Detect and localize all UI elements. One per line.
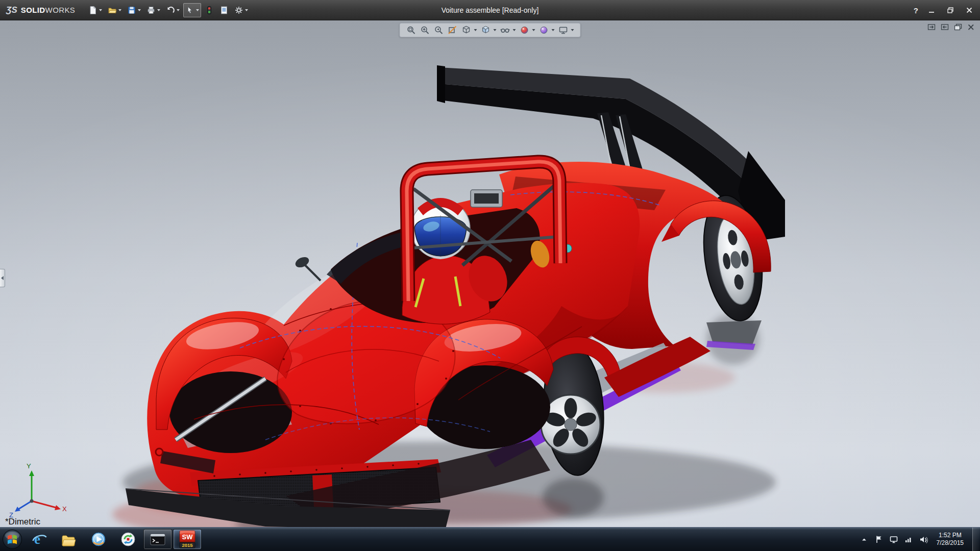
undo-button[interactable] <box>164 3 182 17</box>
close-pane-button[interactable] <box>967 23 975 33</box>
open-folder-icon <box>108 6 117 15</box>
media-player-icon <box>91 532 106 547</box>
help-button[interactable]: ? <box>914 6 918 15</box>
options-button[interactable] <box>232 3 250 17</box>
minimize-button[interactable] <box>926 5 937 16</box>
dropdown-caret-icon <box>157 9 160 11</box>
orientation-triad: Y X Z <box>8 460 69 519</box>
zoom-to-fit-button[interactable] <box>406 25 416 35</box>
feature-tree-collapse-handle[interactable] <box>0 269 5 287</box>
edit-appearance-button[interactable] <box>520 25 535 35</box>
dropdown-caret-icon <box>494 29 497 31</box>
undo-arrow-icon <box>166 6 175 15</box>
svg-text:2015: 2015 <box>182 542 193 548</box>
start-button[interactable] <box>0 528 24 551</box>
dropdown-caret-icon <box>532 29 535 31</box>
action-center-flag-icon[interactable] <box>874 535 884 544</box>
close-button[interactable] <box>964 5 975 16</box>
view-orientation-label: *Dimetric <box>5 517 40 527</box>
select-cursor-icon <box>185 6 194 15</box>
dropdown-caret-icon <box>196 9 199 11</box>
solidworks-brand: ƷS SOLIDWORKS <box>0 0 82 20</box>
network-icon[interactable] <box>904 535 913 544</box>
hidden-icons-chevron-button[interactable] <box>860 535 869 544</box>
internet-explorer-icon: e <box>31 531 47 547</box>
hide-show-items-button[interactable] <box>500 25 516 35</box>
solidworks-2015-icon: SW 2015 <box>178 530 197 549</box>
options-gear-icon <box>234 6 243 15</box>
command-prompt-icon <box>150 533 165 546</box>
taskbar-command-prompt[interactable] <box>143 529 172 549</box>
solidworks-window: ƷS SOLIDWORKS <box>0 0 980 551</box>
taskbar-media-player[interactable] <box>84 529 113 549</box>
dropdown-caret-icon <box>245 9 248 11</box>
cascade-panes-button[interactable] <box>954 23 963 33</box>
solidworks-launcher-icon <box>120 532 136 547</box>
rebuild-button[interactable] <box>203 3 216 17</box>
display-style-button[interactable] <box>481 25 497 35</box>
taskbar-internet-explorer[interactable]: e <box>25 529 54 549</box>
volume-icon[interactable] <box>919 535 928 544</box>
save-floppy-icon <box>127 6 136 15</box>
system-tray: 1:52 PM 7/28/2015 <box>860 528 980 551</box>
brand-name: SOLIDWORKS <box>21 6 76 14</box>
section-view-button[interactable] <box>448 25 458 35</box>
taskbar-windows-explorer[interactable] <box>55 529 83 549</box>
select-tool-button[interactable] <box>183 3 201 17</box>
save-button[interactable] <box>125 3 143 17</box>
svg-text:SW: SW <box>182 533 193 541</box>
taskbar-solidworks-2015[interactable]: SW 2015 <box>173 529 202 549</box>
windows-taskbar: e <box>0 527 980 551</box>
window-title: Voiture assemblee [Read-only] <box>163 6 817 14</box>
rebuild-stoplight-icon <box>205 6 214 15</box>
3d-scene[interactable] <box>0 20 980 527</box>
svg-text:X: X <box>62 505 67 513</box>
heads-up-view-toolbar <box>400 23 581 37</box>
dropdown-caret-icon <box>571 29 574 31</box>
viewport-pane-controls <box>927 23 975 33</box>
dassault-3ds-logo-icon: ƷS <box>6 5 17 15</box>
dropdown-caret-icon <box>513 29 516 31</box>
dropdown-caret-icon <box>552 29 555 31</box>
new-document-icon <box>88 6 97 15</box>
taskbar-clock[interactable]: 1:52 PM 7/28/2015 <box>934 532 967 547</box>
new-document-button[interactable] <box>86 3 104 17</box>
pane-right-button[interactable] <box>941 23 949 33</box>
svg-text:e: e <box>34 532 40 547</box>
display-icon[interactable] <box>889 535 898 544</box>
dropdown-caret-icon <box>474 29 477 31</box>
clock-time: 1:52 PM <box>937 532 964 539</box>
dropdown-caret-icon <box>99 9 102 11</box>
print-button[interactable] <box>144 3 162 17</box>
file-properties-icon <box>219 6 229 15</box>
clock-date: 7/28/2015 <box>937 539 964 547</box>
quick-access-toolbar <box>86 3 250 17</box>
folder-icon <box>61 533 77 546</box>
taskbar-solidworks-launcher[interactable] <box>114 529 142 549</box>
print-icon <box>146 6 156 15</box>
previous-view-button[interactable] <box>434 25 444 35</box>
window-controls: ? <box>914 0 975 20</box>
restore-button[interactable] <box>945 5 956 16</box>
view-orientation-button[interactable] <box>461 25 477 35</box>
file-properties-button[interactable] <box>217 3 231 17</box>
graphics-area[interactable]: Y X Z *Dimetric <box>0 20 980 527</box>
view-settings-button[interactable] <box>558 25 574 35</box>
zoom-to-area-button[interactable] <box>420 25 430 35</box>
dropdown-caret-icon <box>118 9 121 11</box>
show-desktop-button[interactable] <box>972 528 979 551</box>
windows-start-orb-icon <box>2 529 22 549</box>
svg-text:Y: Y <box>27 462 31 470</box>
chevron-left-icon <box>1 276 4 280</box>
titlebar: ƷS SOLIDWORKS <box>0 0 980 20</box>
open-button[interactable] <box>106 3 124 17</box>
pane-left-button[interactable] <box>927 23 936 33</box>
apply-scene-button[interactable] <box>539 25 555 35</box>
dropdown-caret-icon <box>138 9 141 11</box>
dropdown-caret-icon <box>177 9 180 11</box>
